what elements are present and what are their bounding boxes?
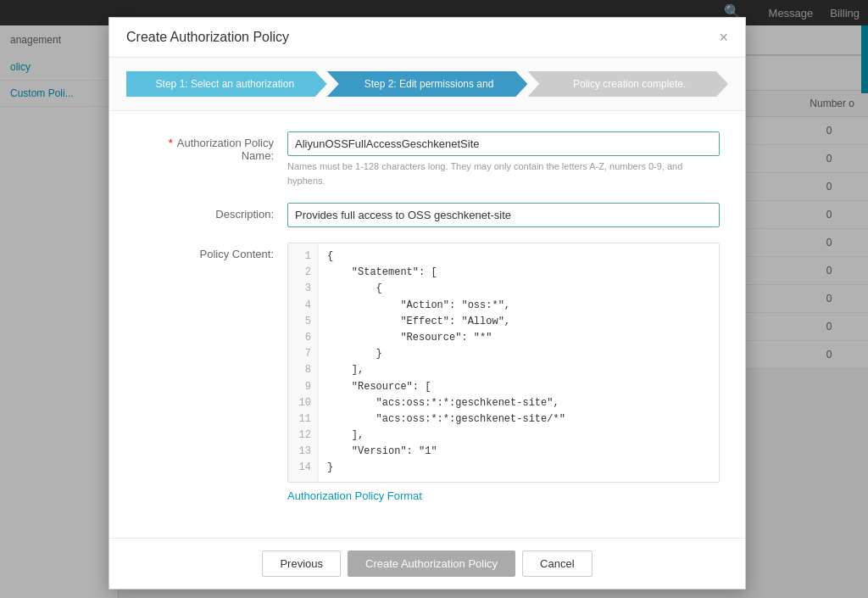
step-1: Step 1: Select an authorization — [126, 71, 327, 97]
description-row: Description: — [135, 203, 720, 227]
close-button[interactable]: × — [719, 30, 728, 45]
modal-title: Create Authorization Policy — [126, 30, 289, 45]
code-content: 1234567891011121314 { "Statement": [ { "… — [288, 243, 719, 482]
description-input[interactable] — [287, 203, 720, 227]
description-label: Description: — [135, 203, 287, 221]
modal-dialog: Create Authorization Policy × Step 1: Se… — [108, 17, 746, 590]
steps-container: Step 1: Select an authorization Step 2: … — [109, 58, 745, 111]
line-numbers: 1234567891011121314 — [288, 243, 319, 482]
description-control — [287, 203, 720, 227]
cancel-button[interactable]: Cancel — [522, 550, 592, 577]
policy-name-label: * Authorization Policy Name: — [135, 131, 287, 162]
step-1-label: Step 1: Select an authorization — [126, 71, 327, 97]
step-2-label: Step 2: Edit permissions and — [327, 71, 528, 97]
policy-name-row: * Authorization Policy Name: Names must … — [135, 131, 720, 187]
policy-content-row: Policy Content: 1234567891011121314 { "S… — [135, 243, 720, 502]
step-3-label: Policy creation complete. — [527, 71, 728, 97]
step-3: Policy creation complete. — [527, 71, 728, 97]
previous-button[interactable]: Previous — [262, 550, 341, 577]
policy-content-label: Policy Content: — [135, 243, 287, 260]
step-2: Step 2: Edit permissions and — [327, 71, 528, 97]
policy-name-input[interactable] — [287, 131, 720, 156]
code-editor[interactable]: 1234567891011121314 { "Statement": [ { "… — [287, 243, 720, 483]
modal-body: * Authorization Policy Name: Names must … — [109, 111, 745, 538]
modal-header: Create Authorization Policy × — [109, 18, 745, 58]
code-text[interactable]: { "Statement": [ { "Action": "oss:*", "E… — [319, 243, 574, 482]
policy-format-link[interactable]: Authorization Policy Format — [287, 489, 422, 502]
required-star: * — [169, 137, 173, 149]
modal-footer: Previous Create Authorization Policy Can… — [109, 538, 745, 589]
policy-name-control: Names must be 1-128 characters long. The… — [287, 131, 720, 187]
policy-name-hint: Names must be 1-128 characters long. The… — [287, 159, 720, 187]
policy-content-control: 1234567891011121314 { "Statement": [ { "… — [287, 243, 720, 502]
create-button[interactable]: Create Authorization Policy — [348, 550, 515, 577]
